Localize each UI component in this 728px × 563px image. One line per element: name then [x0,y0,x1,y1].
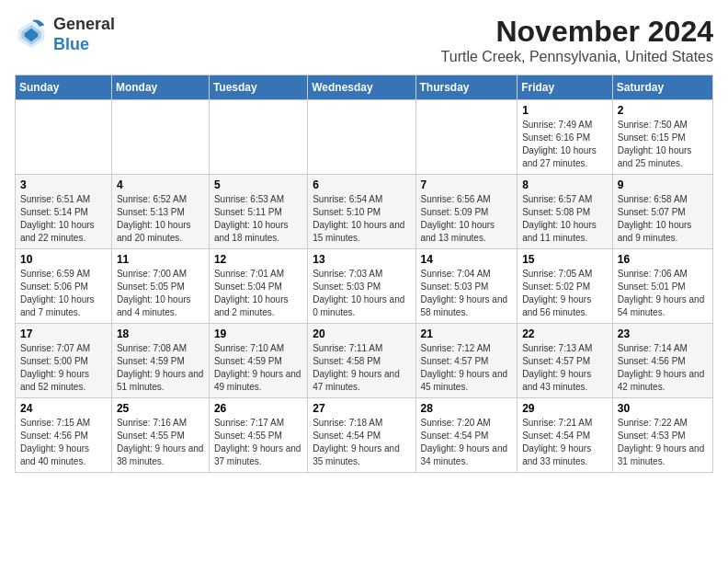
day-cell [415,100,518,175]
day-info: Sunrise: 7:01 AM Sunset: 5:04 PM Dayligh… [214,268,302,319]
day-cell: 26Sunrise: 7:17 AM Sunset: 4:55 PM Dayli… [209,398,307,473]
day-cell: 17Sunrise: 7:07 AM Sunset: 5:00 PM Dayli… [16,324,112,398]
week-row-5: 24Sunrise: 7:15 AM Sunset: 4:56 PM Dayli… [16,398,713,473]
day-info: Sunrise: 7:00 AM Sunset: 5:05 PM Dayligh… [117,268,204,319]
day-number: 21 [421,327,513,340]
day-number: 16 [618,253,708,266]
title-section: November 2024 Turtle Creek, Pennsylvania… [441,15,713,65]
week-row-2: 3Sunrise: 6:51 AM Sunset: 5:14 PM Daylig… [16,175,713,249]
day-number: 8 [522,178,608,191]
day-cell: 23Sunrise: 7:14 AM Sunset: 4:56 PM Dayli… [612,324,712,398]
day-number: 24 [20,402,107,415]
day-number: 10 [20,253,107,266]
day-number: 20 [313,327,410,340]
day-info: Sunrise: 7:17 AM Sunset: 4:55 PM Dayligh… [214,417,302,468]
day-cell: 21Sunrise: 7:12 AM Sunset: 4:57 PM Dayli… [415,324,518,398]
day-number: 25 [117,402,204,415]
day-info: Sunrise: 7:20 AM Sunset: 4:54 PM Dayligh… [421,417,513,468]
day-info: Sunrise: 6:59 AM Sunset: 5:06 PM Dayligh… [20,268,107,319]
day-cell: 18Sunrise: 7:08 AM Sunset: 4:59 PM Dayli… [111,324,209,398]
header-cell-thursday: Thursday [415,75,518,100]
day-info: Sunrise: 7:18 AM Sunset: 4:54 PM Dayligh… [313,417,410,468]
day-number: 28 [421,402,513,415]
day-info: Sunrise: 6:52 AM Sunset: 5:13 PM Dayligh… [117,193,204,245]
day-info: Sunrise: 7:08 AM Sunset: 4:59 PM Dayligh… [117,342,204,394]
day-cell: 28Sunrise: 7:20 AM Sunset: 4:54 PM Dayli… [415,398,518,473]
day-info: Sunrise: 6:56 AM Sunset: 5:09 PM Dayligh… [421,193,513,245]
day-cell: 8Sunrise: 6:57 AM Sunset: 5:08 PM Daylig… [518,175,613,249]
day-number: 12 [214,253,302,266]
day-info: Sunrise: 7:22 AM Sunset: 4:53 PM Dayligh… [618,417,708,468]
day-cell: 16Sunrise: 7:06 AM Sunset: 5:01 PM Dayli… [612,249,712,324]
day-info: Sunrise: 7:11 AM Sunset: 4:58 PM Dayligh… [313,342,410,394]
day-number: 7 [421,178,513,191]
logo: General Blue [15,15,115,54]
day-number: 14 [421,253,513,266]
day-info: Sunrise: 7:15 AM Sunset: 4:56 PM Dayligh… [20,417,107,468]
header-cell-monday: Monday [111,75,209,100]
day-cell: 6Sunrise: 6:54 AM Sunset: 5:10 PM Daylig… [308,175,415,249]
week-row-4: 17Sunrise: 7:07 AM Sunset: 5:00 PM Dayli… [16,324,713,398]
day-cell: 27Sunrise: 7:18 AM Sunset: 4:54 PM Dayli… [308,398,415,473]
day-cell: 9Sunrise: 6:58 AM Sunset: 5:07 PM Daylig… [612,175,712,249]
main-title: November 2024 [441,15,713,49]
day-number: 29 [522,402,608,415]
day-cell [111,100,209,175]
day-info: Sunrise: 6:51 AM Sunset: 5:14 PM Dayligh… [20,193,107,245]
day-number: 4 [117,178,204,191]
week-row-1: 1Sunrise: 7:49 AM Sunset: 6:16 PM Daylig… [16,100,713,175]
day-number: 3 [20,178,107,191]
day-cell [308,100,415,175]
day-cell [16,100,112,175]
day-cell: 5Sunrise: 6:53 AM Sunset: 5:11 PM Daylig… [209,175,307,249]
subtitle: Turtle Creek, Pennsylvania, United State… [441,49,713,65]
day-number: 27 [313,402,410,415]
day-info: Sunrise: 6:57 AM Sunset: 5:08 PM Dayligh… [522,193,608,245]
day-cell [209,100,307,175]
day-cell: 13Sunrise: 7:03 AM Sunset: 5:03 PM Dayli… [308,249,415,324]
day-cell: 7Sunrise: 6:56 AM Sunset: 5:09 PM Daylig… [415,175,518,249]
day-number: 30 [618,402,708,415]
header-cell-sunday: Sunday [16,75,112,100]
day-number: 17 [20,327,107,340]
day-info: Sunrise: 6:58 AM Sunset: 5:07 PM Dayligh… [618,193,708,245]
logo-text: General Blue [53,15,115,54]
day-cell: 30Sunrise: 7:22 AM Sunset: 4:53 PM Dayli… [612,398,712,473]
day-info: Sunrise: 7:04 AM Sunset: 5:03 PM Dayligh… [421,268,513,319]
day-info: Sunrise: 7:21 AM Sunset: 4:54 PM Dayligh… [522,417,608,468]
header-row: SundayMondayTuesdayWednesdayThursdayFrid… [16,75,713,100]
day-cell: 19Sunrise: 7:10 AM Sunset: 4:59 PM Dayli… [209,324,307,398]
day-number: 26 [214,402,302,415]
week-row-3: 10Sunrise: 6:59 AM Sunset: 5:06 PM Dayli… [16,249,713,324]
day-number: 1 [522,104,608,117]
day-cell: 22Sunrise: 7:13 AM Sunset: 4:57 PM Dayli… [518,324,613,398]
day-cell: 10Sunrise: 6:59 AM Sunset: 5:06 PM Dayli… [16,249,112,324]
day-info: Sunrise: 7:16 AM Sunset: 4:55 PM Dayligh… [117,417,204,468]
day-cell: 2Sunrise: 7:50 AM Sunset: 6:15 PM Daylig… [612,100,712,175]
day-cell: 14Sunrise: 7:04 AM Sunset: 5:03 PM Dayli… [415,249,518,324]
day-info: Sunrise: 7:05 AM Sunset: 5:02 PM Dayligh… [522,268,608,319]
day-number: 23 [618,327,708,340]
day-cell: 12Sunrise: 7:01 AM Sunset: 5:04 PM Dayli… [209,249,307,324]
day-cell: 15Sunrise: 7:05 AM Sunset: 5:02 PM Dayli… [518,249,613,324]
day-number: 19 [214,327,302,340]
day-cell: 4Sunrise: 6:52 AM Sunset: 5:13 PM Daylig… [111,175,209,249]
day-cell: 1Sunrise: 7:49 AM Sunset: 6:16 PM Daylig… [518,100,613,175]
day-number: 15 [522,253,608,266]
day-cell: 24Sunrise: 7:15 AM Sunset: 4:56 PM Dayli… [16,398,112,473]
day-info: Sunrise: 7:07 AM Sunset: 5:00 PM Dayligh… [20,342,107,394]
day-info: Sunrise: 7:10 AM Sunset: 4:59 PM Dayligh… [214,342,302,394]
day-info: Sunrise: 7:49 AM Sunset: 6:16 PM Dayligh… [522,119,608,170]
day-number: 5 [214,178,302,191]
day-info: Sunrise: 6:53 AM Sunset: 5:11 PM Dayligh… [214,193,302,245]
day-cell: 29Sunrise: 7:21 AM Sunset: 4:54 PM Dayli… [518,398,613,473]
header-cell-friday: Friday [518,75,613,100]
day-number: 22 [522,327,608,340]
header-cell-saturday: Saturday [612,75,712,100]
day-number: 6 [313,178,410,191]
day-cell: 25Sunrise: 7:16 AM Sunset: 4:55 PM Dayli… [111,398,209,473]
day-info: Sunrise: 7:13 AM Sunset: 4:57 PM Dayligh… [522,342,608,394]
day-number: 9 [618,178,708,191]
header-cell-tuesday: Tuesday [209,75,307,100]
day-info: Sunrise: 7:50 AM Sunset: 6:15 PM Dayligh… [618,119,708,170]
